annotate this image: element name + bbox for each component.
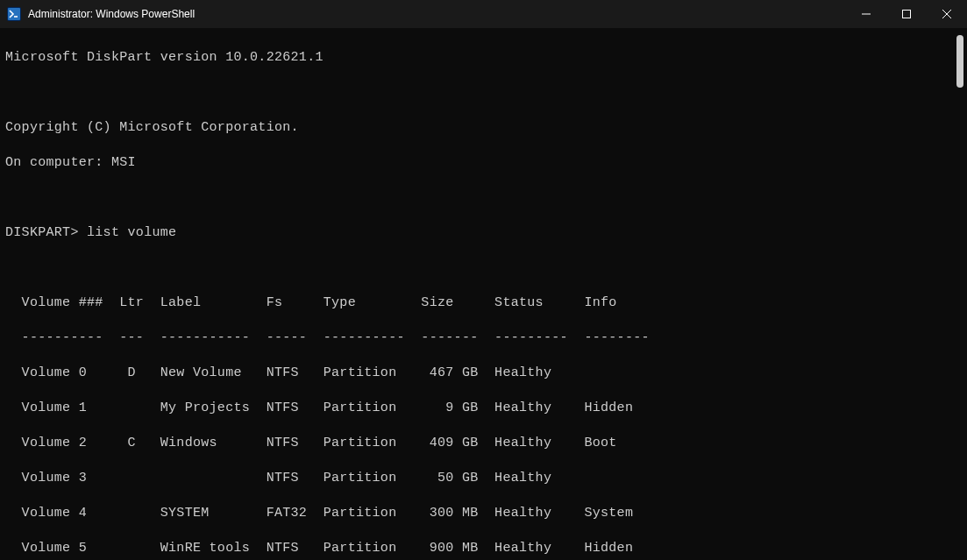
- prompt-line: DISKPART> list volume: [5, 224, 962, 242]
- output-line: Copyright (C) Microsoft Corporation.: [5, 119, 962, 137]
- output-line: [5, 259, 962, 277]
- window-titlebar[interactable]: Administrator: Windows PowerShell: [0, 0, 967, 28]
- powershell-icon: [7, 7, 21, 21]
- table-divider: ---------- --- ----------- ----- -------…: [5, 330, 962, 347]
- table-row: Volume 4 SYSTEM FAT32 Partition 300 MB H…: [5, 505, 962, 522]
- output-line: [5, 189, 962, 207]
- window-title: Administrator: Windows PowerShell: [28, 8, 846, 20]
- scrollbar-thumb[interactable]: [956, 35, 963, 88]
- table-row: Volume 5 WinRE tools NTFS Partition 900 …: [5, 540, 962, 557]
- close-button[interactable]: [927, 0, 967, 28]
- maximize-button[interactable]: [886, 0, 927, 28]
- minimize-button[interactable]: [846, 0, 886, 28]
- command-text: list volume: [79, 225, 177, 240]
- diskpart-prompt: DISKPART>: [5, 225, 79, 240]
- table-row: Volume 1 My Projects NTFS Partition 9 GB…: [5, 400, 962, 417]
- output-line: [5, 84, 962, 102]
- output-line: Microsoft DiskPart version 10.0.22621.1: [5, 49, 962, 67]
- terminal-output[interactable]: Microsoft DiskPart version 10.0.22621.1 …: [0, 28, 967, 560]
- table-row: Volume 2 C Windows NTFS Partition 409 GB…: [5, 435, 962, 452]
- table-header: Volume ### Ltr Label Fs Type Size Status…: [5, 294, 962, 312]
- window-controls: [846, 0, 967, 28]
- output-line: On computer: MSI: [5, 154, 962, 172]
- svg-rect-4: [903, 11, 911, 18]
- table-row: Volume 3 NTFS Partition 50 GB Healthy: [5, 470, 962, 487]
- table-row: Volume 0 D New Volume NTFS Partition 467…: [5, 365, 962, 382]
